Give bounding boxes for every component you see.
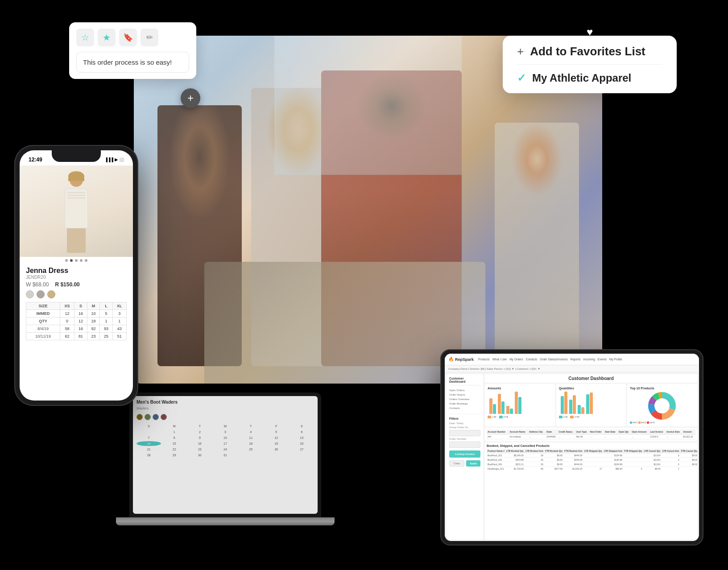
- price-r: R $150.00: [55, 281, 79, 288]
- booked-table-title: Booked, Shipped, and Cancelled Products: [487, 444, 695, 447]
- bookmark-icon[interactable]: 🔖: [119, 29, 137, 46]
- dashboard-area: Customer Dashboard Amounts: [485, 374, 697, 539]
- star-filled-icon[interactable]: ★: [98, 29, 116, 46]
- sidebar-order-bookings[interactable]: Order Bookings: [449, 401, 480, 406]
- color-swatch-2[interactable]: [37, 290, 45, 298]
- amounts-chart: Amounts: [485, 384, 555, 426]
- review-text: This order process is so easy!: [76, 52, 189, 73]
- size-table: SIZE XS S M L XL IMMED 12 16 10 5: [26, 302, 127, 340]
- floating-review-card: ☆ ★ 🔖 ✏ This order process is so easy!: [69, 22, 196, 79]
- laptop-base: [116, 517, 335, 525]
- add-favorites-label: Add to Favorites List: [530, 45, 645, 57]
- price-w: W $68.00: [26, 281, 49, 288]
- nav-incoming[interactable]: Incoming: [583, 358, 595, 361]
- tablet-mockup: 🔥 RepSpark Products What I Like My Order…: [440, 349, 703, 545]
- amounts-bar-chart: [488, 392, 552, 414]
- tablet-header: 🔥 RepSpark Products What I Like My Order…: [445, 354, 699, 365]
- favorites-popup: ♥ + Add to Favorites List ✓ My Athletic …: [503, 36, 677, 93]
- sidebar-order-history[interactable]: Order History: [449, 392, 480, 397]
- tablet-main-content: Customer Dashboard Open Orders Order His…: [445, 372, 699, 541]
- add-favorites-row[interactable]: + Add to Favorites List: [517, 45, 662, 65]
- product-info: Jenna Dress JENDR20 W $68.00 R $150.00 S…: [20, 264, 133, 342]
- check-icon: ✓: [517, 73, 526, 83]
- charts-row: Amounts: [485, 384, 697, 426]
- breadcrumb-bar: Company Demo | Division: [M] | Sales Per…: [445, 365, 699, 372]
- sidebar-orders-overview[interactable]: Orders Overview: [449, 397, 480, 401]
- nav-reports[interactable]: Reports: [571, 358, 581, 361]
- account-table-section: Account Number Account Name Address City…: [485, 428, 697, 441]
- nav-contacts[interactable]: Contacts: [526, 358, 538, 361]
- sidebar-contacts[interactable]: Contacts: [449, 406, 480, 410]
- laptop-mockup: Men's Boot Waders Waders S M T W T F S 1…: [116, 392, 335, 525]
- app-name: RepSpark: [455, 357, 474, 362]
- tablet-screen: 🔥 RepSpark Products What I Like My Order…: [445, 354, 699, 541]
- donut-svg: [648, 392, 677, 421]
- quantities-title: Quantities: [559, 387, 624, 390]
- edit-icon[interactable]: ✏: [141, 29, 158, 46]
- table-row: ### Art Institute ... JOHNSN ... Net 30 …: [487, 434, 695, 439]
- table-row: BootPack_031 $434.98 26 $9.00 $444.00 $1…: [487, 458, 697, 462]
- image-dots: [20, 257, 133, 264]
- nav-products[interactable]: Products: [478, 358, 490, 361]
- model-figure: [65, 169, 88, 254]
- phone-screen: 12:49 ▐▐▐ ▶ ⬜: [20, 150, 133, 401]
- phone-status-icons: ▐▐▐ ▶ ⬜: [105, 157, 124, 162]
- phone-mockup: 12:49 ▐▐▐ ▶ ⬜: [14, 145, 138, 406]
- repspark-logo: 🔥 RepSpark: [448, 357, 474, 362]
- laptop-subtitle: Waders: [136, 406, 314, 410]
- color-swatches: [26, 290, 127, 298]
- table-row: BootPack_021 $9,245.00 26 $9.00 $444.00 …: [487, 453, 697, 458]
- laptop-product-title: Men's Boot Waders: [136, 400, 314, 405]
- quantities-chart: Quantities: [556, 384, 626, 426]
- color-swatch-3[interactable]: [47, 290, 55, 298]
- star-outline-icon[interactable]: ☆: [76, 29, 94, 46]
- my-athletic-apparel-row[interactable]: ✓ My Athletic Apparel: [517, 73, 662, 83]
- amounts-title: Amounts: [488, 387, 552, 390]
- dashboard-title: Customer Dashboard: [485, 374, 697, 383]
- plus-circle[interactable]: +: [181, 88, 200, 108]
- nav-my-orders[interactable]: My Orders: [509, 358, 523, 361]
- heart-icon: ♥: [587, 26, 593, 38]
- svg-point-7: [658, 401, 666, 410]
- nav-what-i-like[interactable]: What I Like: [492, 358, 507, 361]
- add-plus-icon: +: [517, 45, 524, 57]
- nav-events[interactable]: Events: [598, 358, 607, 361]
- booked-table-section: Booked, Shipped, and Cancelled Products …: [485, 442, 697, 539]
- booked-table: Product Name # LTB Booked Qty LTB Booked…: [487, 449, 697, 471]
- athletic-apparel-label: My Athletic Apparel: [532, 73, 631, 83]
- product-sku: JENDR20: [26, 275, 127, 280]
- product-image-area: [20, 165, 133, 257]
- table-row: BootPack_041 $221.11 26 $9.00 $444.00 $1…: [487, 462, 697, 467]
- quantities-bar-chart: [559, 392, 624, 414]
- sidebar-open-orders[interactable]: Open Orders: [449, 388, 480, 392]
- top-products-chart: Top 10 Products: [627, 384, 697, 426]
- phone-notch: [52, 150, 101, 162]
- price-row: W $68.00 R $150.00: [26, 281, 127, 288]
- floating-card-icons-row: ☆ ★ 🔖 ✏: [76, 29, 189, 46]
- account-table: Account Number Account Name Address City…: [487, 430, 695, 439]
- product-name: Jenna Dress: [26, 267, 127, 275]
- color-swatch-1[interactable]: [26, 290, 34, 298]
- nav-my-profile[interactable]: My Profile: [609, 358, 622, 361]
- tablet-sidebar: Customer Dashboard Open Orders Order His…: [447, 374, 483, 539]
- laptop-calendar: S M T W T F S 1 2 3 4 5 6 7 8 9 10 11 12: [136, 424, 314, 458]
- sidebar-title: Customer Dashboard: [449, 377, 480, 385]
- table-row: Headwraps_011 $1,720.00 96 $477.00 $1,83…: [487, 467, 697, 471]
- flame-icon: 🔥: [448, 357, 454, 362]
- phone-time: 12:49: [29, 157, 42, 163]
- nav-order-status[interactable]: Order Status/Invoices: [540, 358, 568, 361]
- tablet-nav: Products What I Like My Orders Contacts …: [478, 358, 622, 361]
- top-products-title: Top 10 Products: [630, 387, 695, 390]
